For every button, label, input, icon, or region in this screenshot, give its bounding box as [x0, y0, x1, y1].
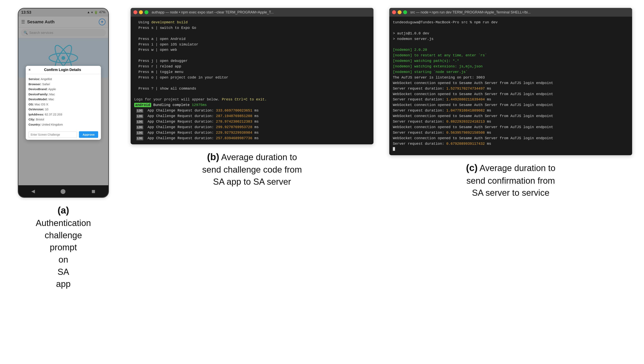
line: Press w | open web	[134, 47, 370, 53]
caption-a: (a) AuthenticationchallengepromptonSAapp	[36, 204, 91, 290]
line: Press i | open iOS simulator	[134, 42, 370, 48]
line: Server request duration: 0.6792089939117…	[393, 141, 628, 147]
caption-c: (c) Average duration tosend confirmation…	[466, 161, 555, 199]
modal-row-country: Country: United Kingdom	[29, 122, 98, 127]
line	[393, 25, 628, 31]
modal-row-service: Service: Angellist	[29, 76, 98, 82]
line: LOG App Challenge Request duration: 257.…	[134, 136, 370, 141]
line: [nodemon] 2.0.20	[393, 47, 628, 53]
modal-row-ip: IpAddress: 62.37.22.203	[29, 112, 98, 117]
modal-close[interactable]: ×	[29, 68, 31, 72]
line: tundeoduguwa@Tundes-MacBook-Pro src % np…	[393, 20, 628, 25]
line: WebSocket connection opened to Sesame Au…	[393, 80, 628, 86]
line: Press a | open Android	[134, 36, 370, 42]
tl-yellow-c[interactable]	[398, 10, 402, 14]
caption-a-label: (a)	[36, 204, 91, 217]
caption-b-label: (b)	[207, 152, 219, 162]
terminal-c-titlebar: src — node • npm run dev TERM_PROGRAM=Ap…	[389, 8, 632, 16]
modal-row-browser: Browser: Safari	[29, 82, 98, 87]
line: [nodemon] to restart at any time, enter …	[393, 53, 628, 58]
line: LOG App Challenge Request duration: 287.…	[134, 114, 370, 119]
line	[134, 80, 370, 86]
line	[134, 92, 370, 97]
line: Press o | open project code in your edit…	[134, 75, 370, 80]
line	[134, 31, 370, 36]
approve-button[interactable]: Approve	[79, 131, 98, 138]
line: LOG App Challenge Request duration: 229.…	[134, 130, 370, 136]
line: Using development build	[134, 20, 370, 25]
line: Press j | open debugger	[134, 58, 370, 64]
modal-title: Confirm Login Details	[44, 68, 81, 72]
terminal-c: src — node • npm run dev TERM_PROGRAM=Ap…	[389, 8, 632, 155]
terminal-b-body: Using development build Press s | switch…	[131, 16, 374, 144]
line: The AuTJS server is listening on port: 3…	[393, 75, 628, 80]
modal-row-city: City: Bristol	[29, 117, 98, 122]
line: █	[393, 146, 628, 152]
column-a: 13:53 ▲ ▾ 🔋 47% ☰ Sesame Auth + 🔍 Search…	[12, 8, 115, 290]
challenge-input[interactable]	[29, 132, 77, 138]
line	[393, 42, 628, 48]
mobile-frame: 13:53 ▲ ▾ 🔋 47% ☰ Sesame Auth + 🔍 Search…	[18, 8, 109, 198]
caption-b: (b) Average duration tosend challenge co…	[202, 150, 302, 188]
line: android Bundling complete 12975ms	[134, 102, 370, 108]
modal-row-osversion: OsVersion: 10	[29, 107, 98, 112]
line: LOG App Challenge Request duration: 299.…	[134, 124, 370, 130]
modal-row-os: OS: Mac OS X	[29, 102, 98, 107]
tl-yellow-b[interactable]	[139, 10, 143, 14]
line: WebSocket connection opened to Sesame Au…	[393, 92, 628, 97]
caption-a-text: AuthenticationchallengepromptonSAapp	[36, 217, 91, 290]
line: [nodemon] watching extensions: js,mjs,js…	[393, 64, 628, 70]
caption-c-label: (c)	[466, 162, 478, 173]
line: > nodemon server.js	[393, 36, 628, 42]
modal-row-devicefamily: DeviceFamily: Mac	[29, 92, 98, 97]
terminal-b-title: authapp — node • npm exec expo start --c…	[152, 10, 371, 14]
modal-body: Service: Angellist Browser: Safari Devic…	[26, 74, 101, 129]
line: > autjs@1.0.0 dev	[393, 31, 628, 36]
line: Server request duration: 1.0477910841809…	[393, 108, 628, 114]
line: WebSocket connection opened to Sesame Au…	[393, 114, 628, 119]
caption-c-text: Average duration tosend confirmation fro…	[466, 163, 555, 198]
modal-box: × Confirm Login Details Service: Angelli…	[26, 66, 101, 140]
line: Press s | switch to Expo Go	[134, 25, 370, 31]
column-b: authapp — node • npm exec expo start --c…	[131, 8, 374, 188]
line: WebSocket connection opened to Sesame Au…	[393, 136, 628, 141]
line: [nodemon] starting `node server.js`	[393, 70, 628, 75]
terminal-b: authapp — node • npm exec expo start --c…	[131, 8, 374, 144]
line: [nodemon] watching path(s): *.*	[393, 58, 628, 64]
modal-header: × Confirm Login Details	[26, 66, 101, 74]
modal-footer: Approve	[26, 129, 101, 140]
line: Server request duration: 1.5279170274734…	[393, 86, 628, 92]
line: Press m | toggle menu	[134, 70, 370, 75]
line: Server request duration: 1.4492080211639…	[393, 97, 628, 102]
column-c: src — node • npm run dev TERM_PROGRAM=Ap…	[389, 8, 632, 199]
modal-row-devicemodel: DeviceModel: Mac	[29, 97, 98, 102]
tl-red-b[interactable]	[133, 10, 137, 14]
tl-green-c[interactable]	[403, 10, 407, 14]
modal-overlay: × Confirm Login Details Service: Angelli…	[19, 8, 108, 197]
line: WebSocket connection opened to Sesame Au…	[393, 102, 628, 108]
terminal-c-body: tundeoduguwa@Tundes-MacBook-Pro src % np…	[389, 16, 632, 155]
line: Logs for your project will appear below.…	[134, 97, 370, 102]
line: LOG App Challenge Request duration: 278.…	[134, 119, 370, 124]
line: Press r | reload app	[134, 64, 370, 70]
terminal-b-titlebar: authapp — node • npm exec expo start --c…	[131, 8, 374, 16]
line: Server request duration: 0.8822920322418…	[393, 119, 628, 124]
line: Press ? | show all commands	[134, 86, 370, 92]
line: LOG App Challenge Request duration: 333.…	[134, 108, 370, 114]
terminal-c-title: src — node • npm run dev TERM_PROGRAM=Ap…	[410, 10, 629, 14]
modal-row-devicebrand: DeviceBrand: Apple	[29, 86, 98, 92]
line: WebSocket connection opened to Sesame Au…	[393, 124, 628, 130]
line: Server request duration: 0.5639579892158…	[393, 130, 628, 136]
line	[134, 53, 370, 58]
tl-green-b[interactable]	[144, 10, 148, 14]
tl-red-c[interactable]	[392, 10, 396, 14]
